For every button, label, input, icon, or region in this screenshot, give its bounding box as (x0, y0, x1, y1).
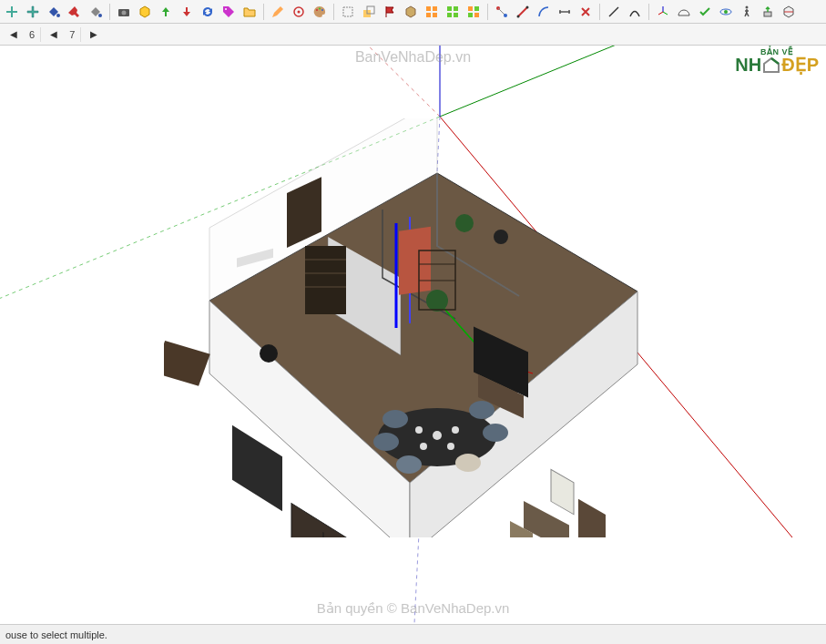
camera-icon[interactable] (114, 2, 134, 22)
svg-rect-22 (474, 6, 479, 11)
svg-rect-15 (426, 13, 431, 17)
tab-toolbar: ◀ 6 ◀ 7 ▶ (0, 24, 826, 46)
3d-model[interactable] (164, 118, 656, 537)
arc-icon[interactable] (534, 2, 554, 22)
status-bar: ouse to select multiple. (0, 624, 826, 644)
protractor-icon[interactable] (674, 2, 694, 22)
svg-point-63 (447, 443, 454, 450)
toolbar-separator (263, 4, 264, 20)
tab-6[interactable]: 6 (24, 27, 41, 42)
svg-rect-24 (474, 13, 479, 17)
line-tool-icon[interactable] (604, 2, 624, 22)
pencil-icon[interactable] (268, 2, 288, 22)
tag-icon[interactable] (219, 2, 239, 22)
box-select-icon[interactable] (338, 2, 358, 22)
svg-rect-70 (232, 425, 282, 511)
orbit-icon[interactable] (716, 2, 736, 22)
grid-green-icon[interactable] (443, 2, 463, 22)
svg-point-52 (455, 214, 474, 232)
svg-point-1 (98, 14, 102, 17)
svg-line-34 (0, 46, 440, 117)
svg-point-8 (319, 7, 321, 9)
svg-rect-19 (447, 13, 452, 17)
arrow-up-icon[interactable] (156, 2, 176, 22)
snap-edge-icon[interactable] (513, 2, 533, 22)
toolbar-separator (333, 4, 334, 20)
check-icon[interactable] (695, 2, 715, 22)
toolbar-separator (648, 4, 649, 20)
tool-add2-icon[interactable] (23, 2, 43, 22)
3d-viewport[interactable]: BanVeNhaDep.vn Bản quyền © BanVeNhaDep.v… (0, 46, 826, 624)
grid-mixed-icon[interactable] (464, 2, 484, 22)
tool-add-icon[interactable] (2, 2, 22, 22)
svg-point-43 (260, 344, 278, 363)
svg-rect-10 (343, 7, 352, 16)
curve-tool-icon[interactable] (625, 2, 645, 22)
cube-yellow-icon[interactable] (135, 2, 155, 22)
snap-point-icon[interactable] (492, 2, 512, 22)
extrude-icon[interactable] (758, 2, 778, 22)
svg-rect-23 (468, 13, 473, 17)
tab-prev2-icon[interactable]: ◀ (46, 26, 62, 43)
paint-bucket-icon[interactable] (44, 2, 64, 22)
svg-rect-21 (468, 6, 473, 11)
toolbar-separator (109, 4, 110, 20)
refresh-icon[interactable] (198, 2, 218, 22)
svg-rect-16 (433, 13, 437, 17)
pin-icon[interactable] (65, 2, 85, 22)
toolbar-separator (599, 4, 600, 20)
svg-point-27 (517, 15, 520, 17)
tab-7[interactable]: 7 (64, 27, 81, 42)
svg-point-51 (494, 230, 508, 244)
svg-rect-66 (578, 499, 606, 537)
slice-icon[interactable] (779, 2, 799, 22)
svg-point-26 (504, 14, 507, 17)
svg-point-53 (426, 290, 448, 312)
folder-icon[interactable] (240, 2, 260, 22)
svg-rect-18 (454, 6, 458, 11)
svg-point-0 (56, 14, 60, 17)
svg-rect-20 (454, 13, 458, 17)
main-toolbar (0, 0, 826, 24)
box-icon[interactable] (401, 2, 421, 22)
tab-prev-icon[interactable]: ◀ (5, 26, 22, 43)
svg-point-62 (420, 443, 427, 450)
grid-orange-icon[interactable] (422, 2, 442, 22)
svg-rect-32 (764, 12, 771, 16)
svg-point-3 (122, 10, 127, 15)
svg-rect-67 (551, 469, 574, 514)
svg-rect-17 (447, 6, 452, 11)
svg-line-35 (440, 46, 826, 117)
svg-point-60 (415, 426, 423, 434)
svg-point-31 (746, 5, 749, 8)
measure-icon[interactable] (555, 2, 575, 22)
svg-rect-13 (426, 6, 431, 11)
svg-point-30 (724, 10, 728, 14)
svg-point-7 (316, 9, 318, 11)
tab-next-icon[interactable]: ▶ (86, 26, 102, 43)
palette-icon[interactable] (310, 2, 330, 22)
status-hint: ouse to select multiple. (5, 629, 107, 640)
svg-rect-14 (433, 6, 437, 11)
svg-point-4 (225, 8, 227, 10)
svg-rect-39 (399, 227, 431, 295)
walk-icon[interactable] (737, 2, 757, 22)
target-icon[interactable] (289, 2, 309, 22)
svg-rect-42 (164, 341, 210, 386)
svg-point-28 (526, 5, 529, 8)
toolbar-separator (487, 4, 488, 20)
flag-icon[interactable] (380, 2, 400, 22)
close-x-icon[interactable] (576, 2, 596, 22)
svg-point-9 (321, 9, 323, 11)
scale-icon[interactable] (359, 2, 379, 22)
svg-point-6 (298, 10, 301, 13)
paint2-icon[interactable] (86, 2, 106, 22)
svg-point-61 (452, 426, 459, 434)
svg-rect-45 (305, 246, 346, 314)
svg-point-59 (433, 431, 442, 440)
arrow-down-icon[interactable] (177, 2, 197, 22)
axis-icon[interactable] (653, 2, 673, 22)
